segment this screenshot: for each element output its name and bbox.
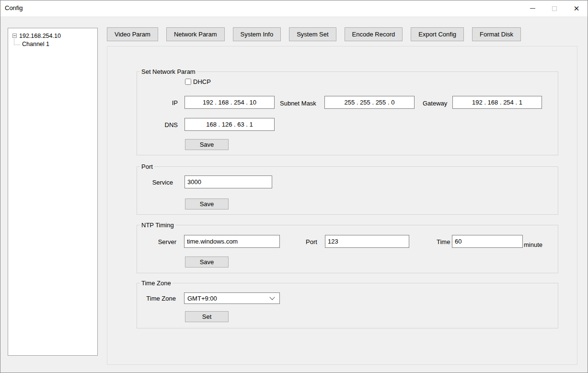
maximize-button[interactable]: [543, 0, 565, 16]
tree-connector: [14, 39, 20, 45]
chevron-down-icon: [269, 294, 275, 300]
dns-label: DNS: [151, 121, 178, 128]
group-set-network-param: Set Network Param DHCP IP Subnet Mask Ga…: [137, 71, 558, 155]
window-controls: ✕: [521, 0, 588, 16]
minimize-button[interactable]: [521, 0, 543, 16]
ip-label: IP: [151, 99, 178, 106]
close-icon: ✕: [574, 5, 580, 12]
tab-network-param[interactable]: Network Param: [166, 27, 225, 41]
timezone-selected-value: GMT+9:00: [187, 295, 217, 302]
network-save-button[interactable]: Save: [185, 139, 229, 150]
tab-video-param[interactable]: Video Param: [107, 27, 158, 41]
ntp-save-button[interactable]: Save: [185, 256, 229, 268]
collapse-minus-icon[interactable]: [12, 34, 17, 38]
group-ntp-timing: NTP Timing Server Port Time minute Save: [137, 225, 558, 273]
ntp-port-input[interactable]: [325, 235, 409, 248]
timezone-set-button[interactable]: Set: [185, 311, 229, 322]
titlebar: Config ✕: [0, 0, 588, 16]
gateway-input[interactable]: [452, 96, 542, 109]
tab-system-set[interactable]: System Set: [289, 27, 336, 41]
ntp-port-label: Port: [306, 238, 317, 245]
window-title: Config: [5, 4, 23, 12]
dns-input[interactable]: [184, 118, 275, 131]
group-title-ntp: NTP Timing: [140, 221, 175, 229]
dhcp-checkbox-row[interactable]: DHCP: [185, 78, 211, 85]
ntp-time-input[interactable]: [452, 235, 523, 248]
maximize-icon: [552, 6, 557, 11]
subnet-mask-label: Subnet Mask: [280, 100, 316, 107]
service-label: Service: [142, 179, 173, 186]
tab-bar: Video Param Network Param System Info Sy…: [107, 27, 521, 41]
group-title-port: Port: [140, 163, 154, 170]
timezone-select[interactable]: GMT+9:00: [184, 292, 280, 304]
close-button[interactable]: ✕: [565, 0, 588, 16]
dhcp-checkbox[interactable]: [185, 79, 191, 85]
port-save-button[interactable]: Save: [185, 198, 229, 210]
group-title-timezone: Time Zone: [140, 280, 173, 287]
content-panel: Set Network Param DHCP IP Subnet Mask Ga…: [107, 46, 577, 365]
tab-export-config[interactable]: Export Config: [411, 27, 464, 41]
group-port: Port Service Save: [137, 166, 558, 215]
ntp-time-label: Time: [437, 238, 450, 245]
tree-node-device-label: 192.168.254.10: [19, 33, 61, 39]
timezone-label: Time Zone: [142, 295, 176, 302]
minimize-icon: [530, 8, 535, 9]
gateway-label: Gateway: [423, 100, 447, 107]
tree-node-channel[interactable]: Channel 1: [8, 40, 97, 48]
device-tree: 192.168.254.10 Channel 1: [8, 28, 98, 356]
tab-format-disk[interactable]: Format Disk: [472, 27, 521, 41]
group-time-zone: Time Zone Time Zone GMT+9:00 Set: [137, 283, 558, 328]
ntp-server-label: Server: [145, 238, 176, 245]
minute-label: minute: [524, 241, 542, 248]
tree-node-device[interactable]: 192.168.254.10: [8, 32, 97, 40]
dhcp-label: DHCP: [193, 78, 211, 85]
config-window: Config ✕ 192.168.254.10 Channel 1 Video …: [0, 0, 588, 373]
tab-system-info[interactable]: System Info: [233, 27, 281, 41]
group-title-network: Set Network Param: [140, 68, 197, 75]
tree-node-channel-label: Channel 1: [22, 41, 49, 47]
subnet-mask-input[interactable]: [324, 96, 415, 109]
ntp-server-input[interactable]: [184, 235, 280, 248]
tab-encode-record[interactable]: Encode Record: [345, 27, 403, 41]
ip-input[interactable]: [184, 96, 275, 109]
service-port-input[interactable]: [184, 175, 272, 188]
